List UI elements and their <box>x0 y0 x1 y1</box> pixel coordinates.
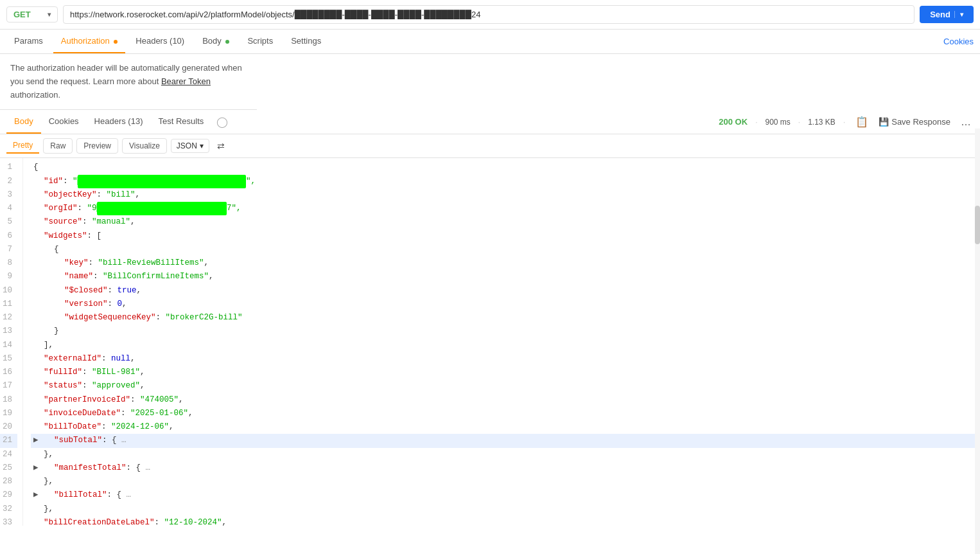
tab-headers[interactable]: Headers (10) <box>128 30 192 53</box>
tab-scripts[interactable]: Scripts <box>240 30 281 53</box>
authorization-dot <box>114 40 118 44</box>
tab-scripts-label: Scripts <box>247 36 273 46</box>
manifesttotal-collapse-icon[interactable]: ▶ <box>33 461 42 475</box>
send-button[interactable]: Send ▾ <box>920 6 974 23</box>
tab-settings-label: Settings <box>291 36 321 46</box>
code-line-21: ▶ "subTotal": { … <box>31 434 980 447</box>
billtotal-collapse-icon[interactable]: ▶ <box>33 488 42 502</box>
scrollbar-thumb[interactable] <box>975 206 980 244</box>
scrollbar[interactable] <box>975 129 980 526</box>
format-preview-btn[interactable]: Preview <box>76 138 118 154</box>
resp-tab-cookies[interactable]: Cookies <box>41 110 87 134</box>
status-code: 200 OK <box>719 117 748 127</box>
code-line-16: "fullId": "BILL-981", <box>31 366 980 379</box>
method-chevron-icon: ▾ <box>48 11 51 18</box>
code-line-20: "billToDate": "2024-12-06", <box>31 420 980 434</box>
resp-tab-cookies-label: Cookies <box>49 116 79 126</box>
code-line-11: "version": 0, <box>31 298 980 311</box>
save-icon: 💾 <box>879 117 889 127</box>
line-numbers: 1 2 3 4 5 6 7 8 9 10 11 12 13 14 15 16 1… <box>0 158 23 526</box>
tab-body[interactable]: Body <box>195 30 237 53</box>
code-line-33: "billCreationDateLabel": "12-10-2024", <box>31 516 980 526</box>
json-code-content: { "id": "████████████-████-████-████████… <box>23 158 980 526</box>
request-tabs: Params Authorization Headers (10) Body S… <box>0 30 980 54</box>
response-size: 1.13 KB <box>808 118 836 127</box>
wrap-lines-icon[interactable]: ⇄ <box>217 141 225 151</box>
history-icon[interactable]: ◯ <box>216 116 228 128</box>
code-line-25: ▶ "manifestTotal": { … <box>31 461 980 475</box>
code-line-28: }, <box>31 475 980 488</box>
code-line-6: "widgets": [ <box>31 229 980 243</box>
response-time: 900 ms <box>765 118 790 127</box>
json-format-select[interactable]: JSON ▾ <box>171 139 209 153</box>
code-line-19: "invoiceDueDate": "2025-01-06", <box>31 407 980 420</box>
code-line-24: }, <box>31 448 980 461</box>
url-input[interactable] <box>63 5 914 24</box>
send-label: Send <box>930 10 950 19</box>
code-line-17: "status": "approved", <box>31 379 980 393</box>
code-line-4: "orgId": "9███████████████████████████7"… <box>31 202 980 215</box>
code-line-5: "source": "manual", <box>31 215 980 229</box>
code-line-3: "objectKey": "bill", <box>31 188 980 202</box>
auth-info-text3: authorization. <box>10 90 60 100</box>
tab-params[interactable]: Params <box>6 30 51 53</box>
code-line-2: "id": "████████████-████-████-██████████… <box>31 175 980 188</box>
code-line-10: "$closed": true, <box>31 284 980 298</box>
response-tabs-bar: Body Cookies Headers (13) Test Results ◯… <box>0 110 980 134</box>
resp-tab-test-results-label: Test Results <box>158 116 204 126</box>
code-line-13: } <box>31 325 980 338</box>
resp-tab-body[interactable]: Body <box>6 110 41 134</box>
url-bar: GET ▾ Send ▾ <box>0 0 980 30</box>
resp-tab-headers-label: Headers (13) <box>94 116 143 126</box>
format-raw-btn[interactable]: Raw <box>43 138 73 154</box>
format-visualize-btn[interactable]: Visualize <box>122 138 167 154</box>
cookies-link[interactable]: Cookies <box>943 30 974 53</box>
send-chevron-icon: ▾ <box>954 11 963 18</box>
save-response-label: Save Response <box>891 117 950 127</box>
code-line-8: "key": "bill-ReviewBillItems", <box>31 256 980 270</box>
tab-params-label: Params <box>14 36 43 46</box>
resp-tab-test-results[interactable]: Test Results <box>150 110 211 134</box>
code-line-7: { <box>31 243 980 256</box>
resp-tab-headers[interactable]: Headers (13) <box>87 110 151 134</box>
copy-response-icon[interactable]: 📋 <box>853 114 871 129</box>
code-line-15: "externalId": null, <box>31 352 980 366</box>
subtotal-collapse-icon[interactable]: ▶ <box>33 434 42 447</box>
format-toolbar: Pretty Raw Preview Visualize JSON ▾ ⇄ <box>0 134 980 158</box>
format-pretty-btn[interactable]: Pretty <box>6 138 39 154</box>
bearer-token-link[interactable]: Bearer Token <box>161 76 211 86</box>
code-line-14: ], <box>31 339 980 352</box>
auth-info-panel: The authorization header will be automat… <box>0 54 257 110</box>
response-status: 200 OK · 900 ms · 1.13 KB · 📋 💾 Save Res… <box>719 114 974 129</box>
json-format-chevron-icon: ▾ <box>200 141 204 150</box>
code-line-32: }, <box>31 503 980 516</box>
tab-authorization[interactable]: Authorization <box>53 30 126 53</box>
save-response-button[interactable]: 💾 Save Response <box>879 117 950 127</box>
code-line-18: "partnerInvoiceId": "474005", <box>31 393 980 407</box>
code-line-29: ▶ "billTotal": { … <box>31 488 980 502</box>
code-line-1: { <box>31 161 980 174</box>
tab-settings[interactable]: Settings <box>283 30 329 53</box>
resp-tab-body-label: Body <box>14 116 33 126</box>
json-format-label: JSON <box>177 141 197 150</box>
more-options-icon[interactable]: … <box>958 115 974 129</box>
body-dot <box>225 40 229 44</box>
response-area: Body Cookies Headers (13) Test Results ◯… <box>0 110 980 526</box>
method-label: GET <box>13 10 31 19</box>
tab-headers-label: Headers (10) <box>136 36 184 46</box>
code-line-12: "widgetSequenceKey": "brokerC2G-bill" <box>31 311 980 325</box>
tab-body-label: Body <box>202 36 222 46</box>
tab-authorization-label: Authorization <box>61 36 110 46</box>
method-dropdown[interactable]: GET ▾ <box>6 6 58 22</box>
code-container: 1 2 3 4 5 6 7 8 9 10 11 12 13 14 15 16 1… <box>0 158 980 526</box>
code-line-9: "name": "BillConfirmLineItems", <box>31 270 980 283</box>
